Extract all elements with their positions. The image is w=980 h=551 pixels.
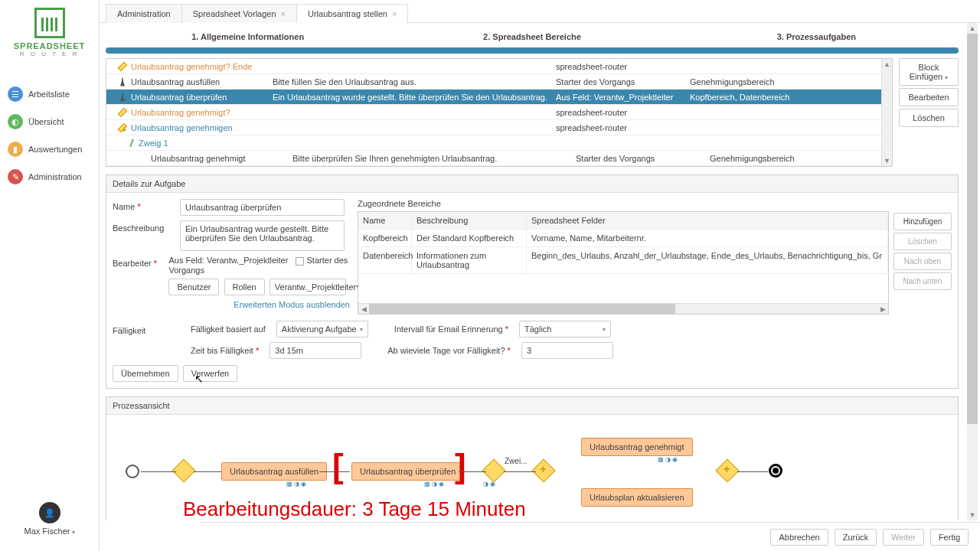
- nach-oben-button[interactable]: Nach oben: [893, 253, 952, 270]
- cell: Vorname, Name, Mitarbeiternr.: [527, 230, 888, 246]
- bearbeiten-button[interactable]: Bearbeiten: [899, 88, 959, 106]
- scroll-right-icon[interactable]: ▶: [877, 304, 888, 315]
- nav-administration[interactable]: ✎Administration: [0, 163, 99, 191]
- scroll-down-icon[interactable]: ▼: [967, 510, 978, 520]
- flow-line: [504, 471, 536, 472]
- tab-spreadsheet-vorlagen[interactable]: Spreadsheet Vorlagen×: [181, 4, 297, 23]
- scrollbar-horizontal[interactable]: ◀▶: [358, 303, 888, 314]
- tab-administration[interactable]: Administration: [106, 4, 182, 23]
- assoc-table[interactable]: Name Beschreibung Spreadsheet Felder Kop…: [358, 211, 889, 315]
- tab-label: Administration: [117, 9, 171, 18]
- row-assignee: Starter des Vorgangs: [576, 154, 655, 163]
- block-einfuegen-button[interactable]: Block Einfügen ▾: [899, 58, 959, 86]
- scroll-thumb[interactable]: [369, 304, 675, 314]
- main: Administration Spreadsheet Vorlagen× Url…: [100, 0, 980, 551]
- tage-input[interactable]: [521, 342, 613, 359]
- bracket-open-icon: [: [332, 447, 344, 485]
- start-event-icon[interactable]: [126, 465, 139, 478]
- verwerfen-button[interactable]: Verwerfen: [183, 365, 238, 382]
- tab-urlaubsantrag-stellen[interactable]: Urlaubsantrag stellen×: [296, 4, 408, 23]
- intervall-select[interactable]: Täglich▾: [519, 321, 611, 337]
- row-area: Genehmigungsbereich: [690, 77, 775, 86]
- cell: Datenbereich: [358, 247, 412, 273]
- row-area: Genehmigungsbereich: [710, 154, 795, 163]
- row-name: Urlaubsantrag genehmigen: [131, 123, 233, 132]
- table-row[interactable]: Datenbereich Informationen zum Urlaubsan…: [358, 247, 888, 274]
- scroll-thumb[interactable]: [967, 34, 978, 424]
- rollen-button[interactable]: Rollen: [224, 279, 265, 295]
- row-name: Urlaubsantrag überprüfen: [131, 93, 227, 102]
- gateway-icon[interactable]: [482, 458, 505, 482]
- intervall-label: Intervall für Email Erinnerung: [394, 324, 503, 334]
- details-header: Details zur Aufgabe: [106, 175, 958, 193]
- task-node-genehmigt[interactable]: Urlaubsantrag genehmigt: [581, 438, 693, 456]
- parallel-gateway-icon[interactable]: [715, 458, 739, 482]
- step-3[interactable]: 3. Prozessaufgaben: [675, 32, 959, 44]
- row-assignee: Aus Feld: Verantw_Projektleiter: [556, 93, 673, 102]
- table-row[interactable]: Urlaubsantrag ausfüllenBitte füllen Sie …: [106, 74, 892, 90]
- close-icon[interactable]: ×: [392, 9, 397, 18]
- table-row[interactable]: Urlaubsantrag genehmigt?spreadsheet-rout…: [106, 105, 892, 120]
- outer-scrollbar[interactable]: ▲ ▼: [967, 23, 978, 520]
- table-row[interactable]: Kopfbereich Der Standard Kopfbereich Vor…: [358, 230, 888, 247]
- loeschen-assoc-button[interactable]: Löschen: [893, 233, 952, 250]
- name-input[interactable]: [180, 199, 345, 216]
- chart-icon: ▮: [8, 142, 23, 157]
- nav-uebersicht[interactable]: ◐Übersicht: [0, 108, 99, 135]
- starter-checkbox[interactable]: [296, 257, 304, 266]
- nav: ☰Arbeitsliste ◐Übersicht ▮Auswertungen ✎…: [0, 65, 99, 191]
- nav-auswertungen[interactable]: ▮Auswertungen: [0, 135, 99, 163]
- abbrechen-button[interactable]: Abbrechen: [770, 529, 828, 546]
- zeit-label: Zeit bis Fälligkeit: [191, 346, 253, 355]
- basiert-select[interactable]: Aktivierung Aufgabe▾: [276, 321, 368, 337]
- task-node-aktualisieren[interactable]: Urlaubsplan aktualisieren: [581, 488, 693, 507]
- gateway-icon[interactable]: [172, 458, 195, 482]
- parallel-gateway-icon[interactable]: [531, 458, 555, 482]
- table-row[interactable]: Urlaubsantrag genehmigt? Endespreadsheet…: [106, 59, 892, 74]
- nach-unten-button[interactable]: Nach unten: [893, 272, 952, 290]
- task-icons: ▦ ◑ ◉: [424, 481, 444, 487]
- wizard-steps: 1. Allgemeine Informationen 2. Spreadshe…: [106, 32, 959, 44]
- zurueck-button[interactable]: Zurück: [835, 529, 877, 546]
- beschreibung-textarea[interactable]: Ein Urlaubsantrag wurde gestellt. Bitte …: [180, 220, 345, 251]
- branch-label: Zwei...: [505, 457, 527, 465]
- row-name: Urlaubsantrag genehmigt?: [131, 108, 230, 117]
- col-beschr: Beschreibung: [412, 212, 527, 229]
- table-row[interactable]: Urlaubsantrag genehmigenspreadsheet-rout…: [106, 120, 892, 135]
- benutzer-button[interactable]: Benutzer: [168, 279, 219, 295]
- col-name: Name: [358, 212, 412, 229]
- tab-label: Spreadsheet Vorlagen: [193, 9, 276, 18]
- uebernehmen-button[interactable]: Übernehmen: [113, 365, 178, 382]
- scroll-up-icon[interactable]: ▲: [967, 23, 978, 34]
- fertig-button[interactable]: Fertig: [930, 529, 969, 546]
- close-icon[interactable]: ×: [281, 9, 286, 18]
- task-node-ueberpruefen[interactable]: Urlaubsantrag überprüfen: [351, 462, 464, 481]
- person-icon: [120, 93, 125, 102]
- bearbeiter-select[interactable]: Verantw._Projektleiter▾: [270, 279, 346, 295]
- user-panel[interactable]: 👤 Max Fischer ▾: [0, 502, 100, 536]
- brand-name: SPREADSHEET: [6, 41, 93, 51]
- table-row[interactable]: Urlaubsantrag genehmigtBitte überprüfen …: [106, 151, 892, 166]
- select-value: Täglich: [524, 324, 551, 334]
- hinzufuegen-button[interactable]: Hinzufügen: [893, 213, 952, 230]
- process-canvas[interactable]: Urlaubsantrag ausfüllen ▦ ◑ ◉ [ Urlaubsa…: [106, 415, 958, 520]
- task-tree-grid[interactable]: Urlaubsantrag genehmigt? Endespreadsheet…: [106, 58, 893, 167]
- task-node-ausfuellen[interactable]: Urlaubsantrag ausfüllen: [221, 462, 327, 481]
- nav-label: Auswertungen: [28, 145, 82, 154]
- step-1[interactable]: 1. Allgemeine Informationen: [106, 32, 390, 44]
- row-assignee: spreadsheet-router: [556, 108, 627, 117]
- zeit-input[interactable]: [270, 342, 361, 359]
- table-row[interactable]: Zweig 1: [106, 135, 892, 151]
- scroll-down-icon[interactable]: ▼: [882, 155, 892, 166]
- table-row[interactable]: Urlaubsantrag überprüfenEin Urlaubsantra…: [106, 90, 892, 105]
- scrollbar-vertical[interactable]: ▲ ▼: [881, 59, 892, 166]
- person-icon: [120, 77, 125, 86]
- step-2[interactable]: 2. Spreadsheet Bereiche: [390, 32, 674, 44]
- erweitert-link[interactable]: Erweiterten Modus ausblenden: [234, 300, 350, 309]
- loeschen-button[interactable]: Löschen: [899, 109, 959, 127]
- nav-arbeitsliste[interactable]: ☰Arbeitsliste: [0, 80, 99, 108]
- scroll-left-icon[interactable]: ◀: [358, 304, 369, 315]
- scroll-up-icon[interactable]: ▲: [882, 59, 892, 70]
- weiter-button[interactable]: Weiter: [883, 529, 924, 546]
- end-event-icon[interactable]: [769, 464, 782, 478]
